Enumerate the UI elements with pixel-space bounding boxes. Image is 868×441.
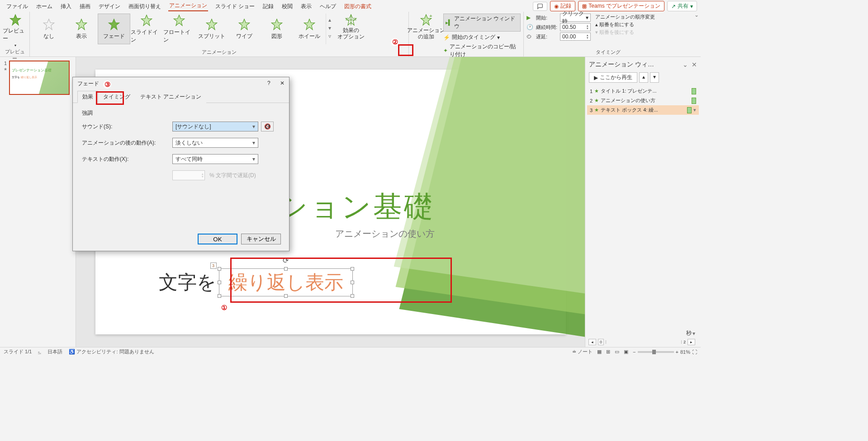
- dialog-tab-textanim[interactable]: テキスト アニメーション: [135, 91, 206, 103]
- callout-box-3: [96, 91, 124, 105]
- anim-appear[interactable]: 表示: [65, 14, 98, 44]
- anim-list-item-3[interactable]: 3★テキスト ボックス 4: 繰...▾: [587, 105, 699, 115]
- status-language[interactable]: 日本語: [47, 348, 62, 355]
- dialog-section-emphasis: 強調: [82, 109, 280, 117]
- play-icon: ▶: [526, 14, 533, 21]
- anim-wheel[interactable]: ホイール: [293, 14, 326, 44]
- anim-fade[interactable]: フェード: [98, 14, 130, 44]
- view-reading-icon[interactable]: ▭: [615, 349, 619, 355]
- timeline-next-button[interactable]: ▸: [688, 339, 695, 345]
- move-later-button: ▾ 順番を後にする: [595, 29, 655, 36]
- anim-shape[interactable]: 図形: [261, 14, 293, 44]
- zoom-value[interactable]: 81%: [680, 349, 690, 355]
- pane-close-icon[interactable]: ✕: [692, 61, 697, 68]
- menu-draw[interactable]: 描画: [79, 3, 91, 10]
- svg-marker-9: [304, 19, 314, 29]
- play-from-here-button[interactable]: ▶ ここから再生: [589, 72, 637, 83]
- trigger-button[interactable]: ⚡開始のタイミング ▾: [443, 33, 521, 41]
- start-label: 開始:: [536, 14, 557, 21]
- menu-shape-format[interactable]: 図形の書式: [343, 3, 372, 10]
- zoom-out-button[interactable]: −: [633, 349, 636, 355]
- svg-marker-0: [10, 14, 20, 25]
- anim-list-item-1[interactable]: 1★タイトル 1: プレゼンテ...: [587, 86, 699, 96]
- seconds-dropdown[interactable]: ▾: [693, 330, 695, 337]
- sound-label: サウンド(S):: [82, 123, 172, 131]
- view-normal-icon[interactable]: ▦: [597, 349, 602, 355]
- view-slideshow-icon[interactable]: ▣: [624, 349, 628, 355]
- ribbon-collapse-button[interactable]: ⌄: [693, 12, 701, 56]
- thumb-anim-indicator: ★: [4, 67, 7, 71]
- dialog-ok-button[interactable]: OK: [198, 234, 237, 244]
- add-animation-button[interactable]: + アニメーション の追加: [412, 14, 441, 58]
- sound-preview-button[interactable]: 🔇: [261, 122, 274, 131]
- pane-move-down-button[interactable]: ▾: [650, 72, 659, 83]
- pane-move-up-button[interactable]: ▴: [639, 72, 648, 83]
- menu-home[interactable]: ホーム: [35, 3, 53, 10]
- seconds-label: 秒: [686, 329, 692, 337]
- menu-design[interactable]: デザイン: [98, 3, 121, 10]
- move-earlier-button[interactable]: ▴ 順番を前にする: [595, 21, 655, 28]
- callout-number-2: ②: [391, 38, 399, 46]
- animation-tag[interactable]: 3: [210, 263, 217, 269]
- menu-review[interactable]: 校閲: [281, 3, 294, 10]
- slide-thumbnail-panel: 1 ★ プレゼンテーション基礎 文字を 繰り返し表示: [0, 57, 76, 347]
- preview-button[interactable]: プレビュー▾: [3, 14, 28, 47]
- animation-painter-button[interactable]: ✦アニメーションのコピー/貼り付け: [443, 43, 521, 58]
- after-anim-select[interactable]: 淡くしない▾: [172, 138, 258, 148]
- animation-pane-title: アニメーション ウィ…: [589, 61, 654, 69]
- delay-input[interactable]: 00.00▴▾: [560, 33, 591, 41]
- status-accessibility[interactable]: ♿ アクセシビリティ: 問題ありません: [69, 348, 154, 355]
- text-anim-label: テキストの動作(X):: [82, 155, 172, 163]
- zoom-slider[interactable]: [638, 351, 674, 353]
- menu-record[interactable]: 記録: [262, 3, 275, 10]
- zoom-in-button[interactable]: +: [676, 349, 678, 355]
- pane-chevron-icon[interactable]: ⌄: [683, 61, 688, 68]
- menu-transitions[interactable]: 画面切り替え: [128, 3, 162, 10]
- anim-split[interactable]: スプリット: [195, 14, 228, 44]
- delay-label: 遅延:: [536, 33, 557, 40]
- anim-list-item-2[interactable]: 2★アニメーションの使い方: [587, 96, 699, 105]
- sound-select[interactable]: [サウンドなし]▾: [172, 122, 258, 131]
- notes-button[interactable]: ≐ ノート: [572, 348, 593, 355]
- menu-slideshow[interactable]: スライド ショー: [214, 3, 256, 10]
- anim-slidein[interactable]: スライドイン: [130, 14, 163, 44]
- svg-marker-2: [76, 19, 86, 29]
- view-sorter-icon[interactable]: ⊞: [606, 349, 610, 355]
- group-label-animation: アニメーション: [33, 48, 406, 56]
- svg-marker-3: [109, 19, 119, 29]
- dialog-tab-effect[interactable]: 効果: [77, 91, 98, 103]
- text-anim-select[interactable]: すべて同時▾: [172, 154, 258, 164]
- dialog-title: フェード: [77, 80, 99, 88]
- char-delay-label: % 文字間で遅延(D): [209, 172, 256, 179]
- slide-thumbnail-1[interactable]: プレゼンテーション基礎 文字を 繰り返し表示: [9, 61, 70, 95]
- reorder-label: アニメーションの順序変更: [595, 14, 655, 20]
- menu-insert[interactable]: 挿入: [60, 3, 72, 10]
- record-button[interactable]: ◉ 記録: [550, 1, 575, 11]
- gallery-scroll[interactable]: ▴▾▿: [326, 14, 333, 44]
- anim-none[interactable]: なし: [33, 14, 65, 44]
- comments-button[interactable]: [533, 2, 547, 11]
- dialog-close-button[interactable]: ✕: [280, 80, 285, 86]
- menu-file[interactable]: ファイル: [5, 3, 29, 10]
- delay-icon: ⏲: [526, 33, 533, 40]
- teams-present-button[interactable]: ⊞ Teams でプレゼンテーション: [578, 1, 664, 11]
- anim-wipe[interactable]: ワイプ: [228, 14, 261, 44]
- group-label-timing: タイミング: [526, 48, 690, 56]
- timeline-prev-button[interactable]: ◂: [588, 339, 596, 345]
- animation-pane-button[interactable]: ▸▍アニメーション ウィンドウ: [443, 14, 521, 32]
- menu-view[interactable]: 表示: [300, 3, 313, 10]
- fit-to-window-button[interactable]: ⛶: [692, 349, 697, 355]
- share-button[interactable]: ↗ 共有 ▾: [667, 1, 697, 11]
- menu-help[interactable]: ヘルプ: [319, 3, 337, 10]
- effect-options-button[interactable]: 効果の オプション: [337, 14, 365, 44]
- animation-pane: アニメーション ウィ… ⌄ ✕ ▶ ここから再生 ▴ ▾ 1★タイトル 1: プ…: [585, 57, 701, 347]
- duration-label: 継続時間:: [536, 24, 557, 31]
- anim-floatin[interactable]: フロートイン: [163, 14, 195, 44]
- menu-animations[interactable]: アニメーション: [168, 2, 208, 11]
- dialog-help-button[interactable]: ?: [267, 80, 270, 86]
- duration-input[interactable]: 00.50▴▾: [560, 23, 591, 31]
- dialog-cancel-button[interactable]: キャンセル: [241, 234, 281, 244]
- svg-marker-8: [271, 19, 282, 29]
- status-spellcheck-icon[interactable]: ⎁: [38, 349, 41, 355]
- start-select[interactable]: クリック時▾: [560, 14, 591, 22]
